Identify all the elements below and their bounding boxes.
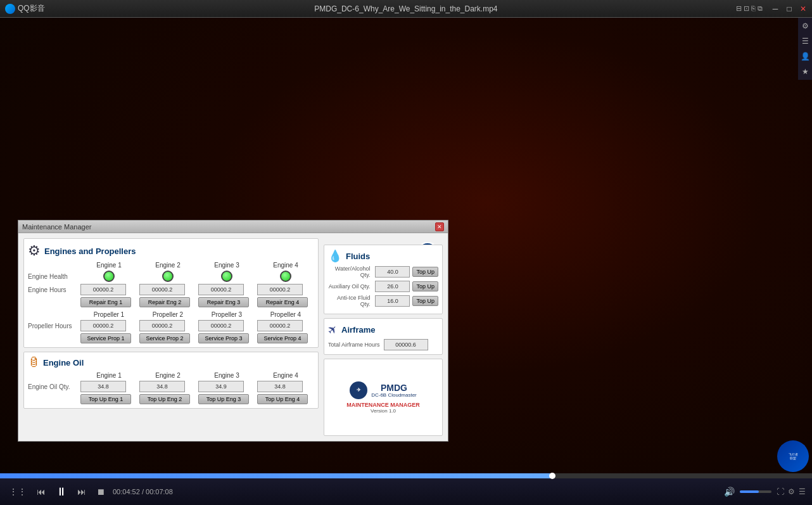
video-title: PMDG_DC-6_Why_Are_We_Sitting_in_the_Dark…	[76, 4, 736, 13]
user-icon[interactable]: 👤	[799, 51, 811, 62]
airframe-icon: ✈	[324, 321, 341, 338]
airframe-header: ✈ Airframe	[328, 323, 438, 336]
list-icon[interactable]: ☰	[801, 35, 810, 47]
repair-eng4-button[interactable]: Repair Eng 4	[257, 297, 308, 307]
prev-button[interactable]: ⏮	[34, 485, 48, 498]
engine3-hours-input[interactable]	[198, 284, 244, 295]
pmdg-version-label: Version 1.0	[371, 408, 396, 414]
pmdg-logo-circle: ✈	[350, 381, 367, 399]
anti-ice-input[interactable]	[375, 295, 410, 307]
oil-qty1-input[interactable]	[80, 381, 126, 392]
progress-bar[interactable]	[0, 473, 812, 478]
fluids-header: 💧 Fluids	[328, 249, 438, 263]
time-display: 00:04:52 / 00:07:08	[113, 488, 173, 495]
prop1-header: Propeller 1	[80, 311, 137, 318]
next-button[interactable]: ⏭	[75, 485, 89, 498]
restore-button[interactable]: □	[783, 4, 796, 14]
mm-close-button[interactable]: ✕	[435, 222, 444, 231]
airframe-hours-label: Total Airframe Hours	[328, 342, 380, 348]
engines-section: ⚙ Engines and Propellers Engine 1 Engine…	[23, 238, 319, 348]
oil-qty4-input[interactable]	[257, 381, 303, 392]
water-alcohol-label: Water/Alcohol Qty.	[328, 265, 372, 278]
oil-header: 🛢 Engine Oil	[28, 356, 314, 369]
aux-oil-top-up-button[interactable]: Top Up	[412, 281, 438, 291]
oil-eng1-header: Engine 1	[80, 372, 137, 379]
aux-oil-input[interactable]	[375, 281, 410, 292]
airframe-hours-row: Total Airframe Hours	[328, 339, 438, 350]
service-prop1-button[interactable]: Service Prop 1	[80, 333, 131, 343]
settings-button[interactable]: ⚙	[788, 487, 795, 496]
oil-qty3-input[interactable]	[198, 381, 244, 392]
oil-eng4-header: Engine 4	[257, 372, 314, 379]
anti-ice-label: Anti-Ice Fluid Qty.	[328, 295, 372, 307]
engine1-hours-input[interactable]	[80, 284, 126, 295]
prop1-hours-input[interactable]	[80, 320, 126, 331]
prop-hours-label: Propeller Hours	[28, 323, 79, 329]
engine4-health-dot	[280, 271, 291, 282]
repair-eng2-button[interactable]: Repair Eng 2	[139, 297, 190, 307]
volume-fill	[740, 490, 759, 493]
progress-thumb	[549, 473, 555, 479]
app-title-area: QQ影音	[0, 3, 76, 14]
pmdg-product-label: MAINTENANCE MANAGER	[346, 402, 420, 408]
engine1-header: Engine 1	[80, 262, 137, 269]
stop-button[interactable]: ⏹	[94, 485, 108, 498]
app-name: QQ影音	[18, 3, 45, 14]
fluids-section: 💧 Fluids Water/Alcohol Qty. Top Up Auxil…	[324, 245, 443, 314]
service-prop2-button[interactable]: Service Prop 2	[139, 333, 190, 343]
oil-eng2-header: Engine 2	[139, 372, 196, 379]
fullscreen-button[interactable]: ⛶	[777, 487, 784, 496]
controls-row: ⋮⋮ ⏮ ⏸ ⏭ ⏹ 00:04:52 / 00:07:08 🔊 ⛶ ⚙ ☰	[0, 478, 812, 505]
fluids-title: Fluids	[346, 252, 370, 261]
water-alcohol-row: Water/Alcohol Qty. Top Up	[328, 265, 438, 278]
engine3-header: Engine 3	[198, 262, 255, 269]
water-alcohol-input[interactable]	[375, 266, 410, 278]
repair-eng3-button[interactable]: Repair Eng 3	[198, 297, 249, 307]
anti-ice-row: Anti-Ice Fluid Qty. Top Up	[328, 295, 438, 307]
oil-title: Engine Oil	[43, 358, 84, 368]
gear-icon[interactable]: ⚙	[801, 20, 810, 32]
minimize-button[interactable]: ─	[769, 4, 782, 14]
topup-eng1-button[interactable]: Top Up Eng 1	[80, 394, 131, 404]
mm-titlebar: Maintenance Manager ✕	[18, 221, 448, 233]
volume-icon[interactable]: 🔊	[721, 485, 737, 498]
playlist-button[interactable]: ☰	[799, 487, 806, 496]
prop2-hours-input[interactable]	[139, 320, 185, 331]
dc6b-label: DC-6B Cloudmaster	[371, 392, 417, 399]
airframe-hours-input[interactable]	[384, 339, 428, 350]
water-top-up-button[interactable]: Top Up	[412, 267, 438, 277]
star-icon[interactable]: ★	[801, 66, 810, 77]
prop3-hours-input[interactable]	[198, 320, 244, 331]
oil-eng3-header: Engine 3	[198, 372, 255, 379]
topup-eng3-button[interactable]: Top Up Eng 3	[198, 394, 249, 404]
pause-button[interactable]: ⏸	[53, 484, 70, 500]
engine2-hours-input[interactable]	[139, 284, 185, 295]
engine2-health-dot	[162, 271, 174, 282]
repair-eng1-button[interactable]: Repair Eng 1	[80, 297, 131, 307]
volume-bar[interactable]	[740, 490, 771, 493]
aux-oil-row: Auxiliary Oil Qty. Top Up	[328, 281, 438, 292]
prop3-header: Propeller 3	[198, 311, 255, 318]
topup-eng4-button[interactable]: Top Up Eng 4	[257, 394, 308, 404]
airframe-title: Airframe	[341, 325, 375, 335]
service-prop3-button[interactable]: Service Prop 3	[198, 333, 249, 343]
fluids-drop-icon: 💧	[328, 249, 342, 263]
china-flier-text: 飞行者联盟	[789, 452, 798, 460]
engine4-hours-input[interactable]	[257, 284, 303, 295]
service-prop4-button[interactable]: Service Prop 4	[257, 333, 308, 343]
engines-header: ⚙ Engines and Propellers	[28, 243, 314, 259]
close-button[interactable]: ✕	[797, 4, 809, 14]
oil-qty2-input[interactable]	[139, 381, 185, 392]
player-controls: ⋮⋮ ⏮ ⏸ ⏭ ⏹ 00:04:52 / 00:07:08 🔊 ⛶ ⚙ ☰	[0, 473, 812, 505]
window-controls: ⊟ ⊡ ⎘ ⧉ ─ □ ✕	[736, 4, 812, 14]
oil-qty-label: Engine Oil Qty.	[28, 383, 79, 390]
side-toolbar: ⚙ ☰ 👤 ★	[798, 18, 812, 80]
shuffle-button[interactable]: ⋮⋮	[6, 485, 29, 498]
current-time: 00:04:52	[113, 488, 140, 495]
propellers-grid: Propeller 1 Propeller 2 Propeller 3 Prop…	[28, 311, 314, 343]
engine4-header: Engine 4	[257, 262, 314, 269]
topup-eng2-button[interactable]: Top Up Eng 2	[139, 394, 190, 404]
anti-ice-top-up-button[interactable]: Top Up	[412, 296, 438, 306]
engine-hours-label: Engine Hours	[28, 286, 79, 293]
prop4-hours-input[interactable]	[257, 320, 303, 331]
